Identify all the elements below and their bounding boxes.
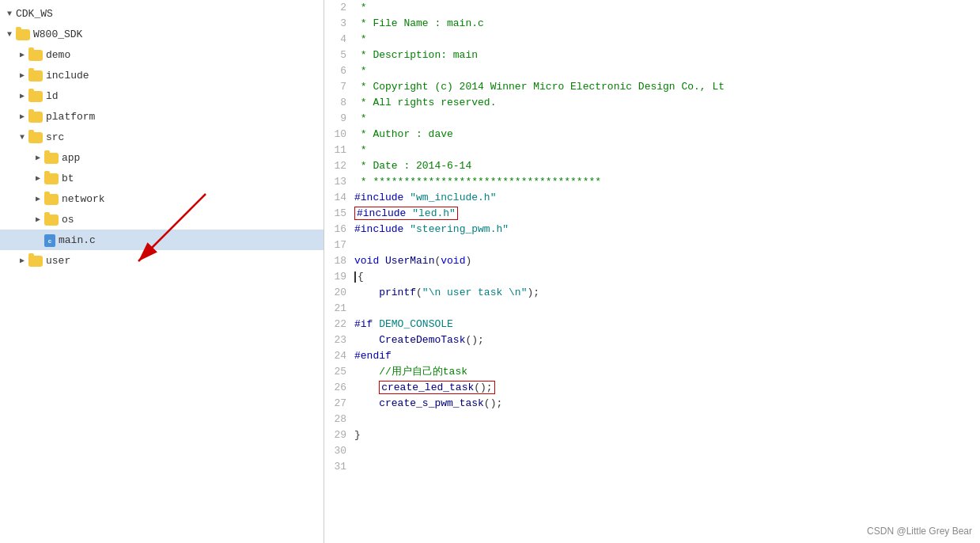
sidebar-item-os[interactable]: ▶ os	[0, 209, 324, 230]
platform-label: platform	[46, 111, 95, 123]
folder-icon	[44, 153, 59, 164]
sdk-root-folder[interactable]: ▼ W800_SDK	[0, 24, 324, 44]
code-line: 20 printf("\n user task \n");	[324, 285, 980, 301]
code-line: 8 * All rights reserved.	[324, 95, 980, 111]
include-label: include	[46, 70, 89, 82]
folder-icon	[16, 29, 30, 40]
code-line: 28	[324, 412, 980, 427]
code-line: 12 * Date : 2014-6-14	[324, 158, 980, 174]
file-tree-panel: ▼ CDK_WS ▼ W800_SDK ▶ demo ▶ include ▶ l…	[0, 0, 324, 543]
workspace-label: CDK_WS	[16, 8, 53, 20]
folder-icon	[28, 132, 43, 143]
code-line: 17	[324, 237, 980, 253]
sidebar-item-network[interactable]: ▶ network	[0, 188, 324, 209]
network-label: network	[62, 193, 105, 205]
code-line-highlight-15: 15 #include "led.h"	[324, 206, 980, 222]
code-line: 25 //用户自己的task	[324, 364, 980, 380]
demo-label: demo	[46, 49, 70, 61]
code-line: 14 #include "wm_include.h"	[324, 190, 980, 206]
code-line: 5 * Description: main	[324, 47, 980, 63]
user-expand-icon: ▶	[16, 256, 28, 265]
sdk-label: W800_SDK	[33, 28, 82, 40]
sidebar-item-bt[interactable]: ▶ bt	[0, 168, 324, 188]
code-line: 19 {	[324, 269, 980, 285]
src-expand-icon: ▼	[16, 133, 28, 142]
code-line: 11 *	[324, 142, 980, 158]
folder-icon	[28, 91, 43, 102]
code-line: 23 CreateDemoTask();	[324, 332, 980, 348]
user-label: user	[46, 255, 70, 267]
bt-expand-icon: ▶	[32, 173, 44, 183]
code-line: 7 * Copyright (c) 2014 Winner Micro Elec…	[324, 79, 980, 95]
collapse-icon: ▼	[3, 9, 16, 18]
ld-label: ld	[46, 90, 59, 102]
main-c-label: main.c	[59, 234, 96, 246]
code-line: 18 void UserMain(void)	[324, 253, 980, 269]
sidebar-item-src[interactable]: ▼ src	[0, 127, 324, 147]
code-line: 6 *	[324, 63, 980, 79]
sdk-expand-icon: ▼	[3, 30, 16, 39]
app-label: app	[62, 152, 80, 164]
platform-expand-icon: ▶	[16, 112, 28, 121]
sidebar-item-user[interactable]: ▶ user	[0, 250, 324, 271]
bt-label: bt	[62, 173, 74, 184]
code-line: 16 #include "steering_pwm.h"	[324, 222, 980, 237]
code-line: 2 *	[324, 0, 980, 16]
sidebar-item-demo[interactable]: ▶ demo	[0, 44, 324, 65]
folder-icon	[28, 256, 43, 267]
folder-icon	[44, 173, 59, 184]
sidebar-item-include[interactable]: ▶ include	[0, 65, 324, 85]
code-line: 10 * Author : dave	[324, 127, 980, 142]
code-line: 29 }	[324, 427, 980, 443]
code-line: 27 create_s_pwm_task();	[324, 396, 980, 412]
code-line-highlight-26: 26 create_led_task();	[324, 380, 980, 396]
sidebar-item-ld[interactable]: ▶ ld	[0, 85, 324, 106]
os-label: os	[62, 214, 74, 226]
watermark-text: CSDN @Little Grey Bear	[867, 526, 972, 537]
code-line: 3 * File Name : main.c	[324, 16, 980, 32]
code-line: 31	[324, 459, 980, 475]
src-label: src	[46, 131, 64, 143]
code-line: 13 * ***********************************…	[324, 174, 980, 190]
code-line: 9 *	[324, 111, 980, 127]
code-line: 21	[324, 301, 980, 317]
code-line: 24 #endif	[324, 348, 980, 364]
sidebar-item-app[interactable]: ▶ app	[0, 147, 324, 168]
folder-icon	[44, 215, 59, 226]
code-line: 22 #if DEMO_CONSOLE	[324, 317, 980, 332]
workspace-root[interactable]: ▼ CDK_WS	[0, 3, 324, 24]
sidebar-item-main-c[interactable]: c main.c	[0, 230, 324, 250]
code-line: 4 *	[324, 32, 980, 47]
folder-icon	[28, 70, 43, 82]
folder-icon	[44, 194, 59, 205]
demo-expand-icon: ▶	[16, 50, 28, 59]
sidebar-item-platform[interactable]: ▶ platform	[0, 106, 324, 127]
include-expand-icon: ▶	[16, 70, 28, 80]
folder-icon	[28, 50, 43, 61]
c-file-icon: c	[44, 234, 55, 247]
os-expand-icon: ▶	[32, 215, 44, 224]
ld-expand-icon: ▶	[16, 91, 28, 101]
code-editor: 2 * 3 * File Name : main.c 4 * 5 * Descr…	[324, 0, 980, 543]
code-content: 2 * 3 * File Name : main.c 4 * 5 * Descr…	[324, 0, 980, 475]
network-expand-icon: ▶	[32, 194, 44, 203]
folder-icon	[28, 112, 43, 123]
code-line: 30	[324, 443, 980, 459]
app-expand-icon: ▶	[32, 153, 44, 162]
